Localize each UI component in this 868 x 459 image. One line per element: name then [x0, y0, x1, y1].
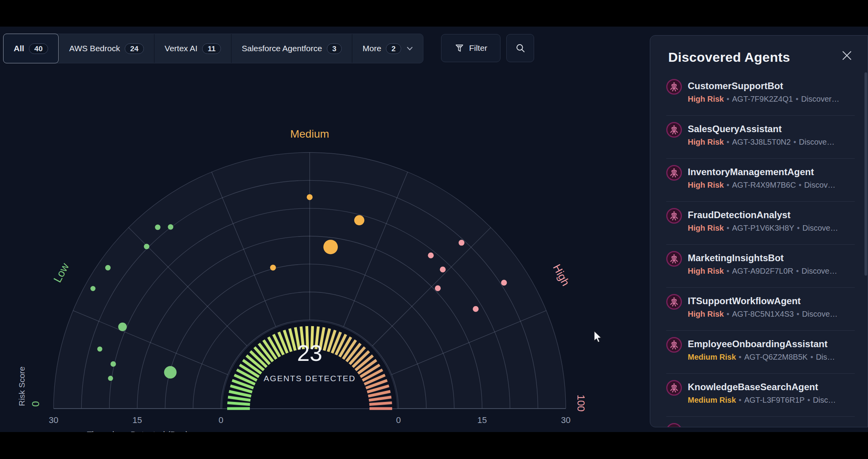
tab-salesforce-agentforce[interactable]: Salesforce Agentforce3: [231, 34, 352, 63]
risk-badge: High Risk: [688, 267, 724, 275]
agent-meta: High Risk•AGT-P1V6K3H8Y•Discove…: [688, 224, 854, 233]
panel-scrollbar[interactable]: [864, 72, 867, 276]
agent-bubble-high[interactable]: [440, 267, 446, 273]
list-item-agent[interactable]: FraudDetectionAnalystHigh Risk•AGT-P1V6K…: [666, 202, 855, 245]
agent-meta: Medium Risk•AGT-Q6Z2M8B5K•Dis…: [688, 353, 854, 362]
agent-bubble-high[interactable]: [501, 280, 507, 285]
risk-badge: Medium Risk: [688, 353, 736, 361]
agent-bubble-high[interactable]: [459, 240, 464, 246]
agent-robot-icon: [666, 208, 682, 224]
gauge-tick: [228, 403, 250, 404]
list-item-agent[interactable]: MarketingInsightsBotHigh Risk•AGT-A9D2F7…: [666, 245, 855, 288]
agent-bubble-low[interactable]: [105, 265, 111, 271]
agent-name: ITSupportWorkflowAgent: [688, 296, 801, 307]
agent-id: AGT-P1V6K3H8Y: [732, 224, 794, 232]
tab-label: All: [14, 44, 24, 53]
agent-discovered-truncated: Discove…: [799, 138, 834, 146]
agent-bubble-low[interactable]: [118, 323, 127, 331]
agent-bubble-low[interactable]: [111, 361, 116, 367]
agent-meta: High Risk•AGT-R4X9M7B6C•Discov…: [688, 181, 854, 190]
agent-name: MarketingInsightsBot: [688, 253, 784, 264]
risk-max-label: 100: [575, 394, 587, 411]
tab-count-badge: 11: [202, 43, 221, 54]
agent-bubble-low[interactable]: [168, 224, 173, 230]
list-item-agent[interactable]: KnowledgeBaseSearchAgentMedium Risk•AGT-…: [666, 374, 855, 417]
agent-discovered-truncated: Dis…: [816, 353, 835, 361]
panel-title: Discovered Agents: [668, 50, 790, 65]
agent-bubble-medium[interactable]: [354, 215, 364, 225]
app-content: 23AGENTS DETECTEDMediumLowHigh3015001530…: [0, 27, 868, 432]
agents-detected-value: 23: [297, 340, 323, 366]
y-axis-title: Risk Score: [17, 366, 26, 406]
tab-all[interactable]: All40: [3, 34, 59, 63]
agent-bubble-medium[interactable]: [323, 240, 338, 254]
agent-discovered-truncated: Discover…: [801, 95, 839, 103]
agent-id: AGT-8C5N1X4S3: [732, 310, 794, 318]
agent-name: EmployeeOnboardingAssistant: [688, 339, 827, 350]
chevron-down-icon: [407, 47, 413, 51]
discovered-agents-panel: Discovered Agents CustomerSupportBotHigh…: [650, 35, 868, 427]
x-tick-left: 0: [219, 415, 223, 425]
agent-bubble-low[interactable]: [97, 346, 102, 351]
agent-name: KnowledgeBaseSearchAgent: [688, 382, 818, 393]
risk-badge: High Risk: [688, 138, 724, 146]
agent-bubble-high[interactable]: [473, 306, 479, 312]
tab-label: Salesforce Agentforce: [242, 44, 322, 53]
list-item-partial: [666, 417, 855, 427]
agent-robot-icon: [666, 423, 682, 427]
list-item-agent[interactable]: EmployeeOnboardingAssistantMedium Risk•A…: [666, 331, 855, 374]
agent-bubble-high[interactable]: [435, 285, 441, 291]
agent-bubble-low[interactable]: [164, 366, 177, 378]
agent-meta: Medium Risk•AGT-L3F9T6R1P•Disc…: [688, 396, 854, 405]
x-tick-right: 15: [477, 415, 487, 425]
sector-label-high: High: [551, 262, 572, 288]
tab-vertex-ai[interactable]: Vertex AI11: [154, 34, 231, 63]
tab-more[interactable]: More2: [352, 34, 423, 63]
agent-bubble-low[interactable]: [144, 244, 149, 249]
agent-robot-icon: [666, 294, 682, 310]
x-tick-right: 30: [561, 415, 570, 425]
tab-label: AWS Bedrock: [69, 44, 120, 53]
agent-bubble-low[interactable]: [155, 224, 160, 230]
agent-discovered-truncated: Discove…: [802, 267, 837, 275]
filter-button[interactable]: Filter: [441, 34, 500, 62]
list-item-agent[interactable]: CustomerSupportBotHigh Risk•AGT-7F9K2Z4Q…: [666, 73, 855, 116]
x-tick-right: 0: [396, 415, 401, 425]
agent-meta: High Risk•AGT-3J8L5T0N2•Discove…: [688, 138, 854, 147]
agent-bubble-low[interactable]: [108, 376, 113, 381]
agent-meta: High Risk•AGT-A9D2F7L0R•Discove…: [688, 267, 854, 276]
agent-robot-icon: [666, 165, 682, 181]
tab-count-badge: 2: [386, 43, 401, 54]
filter-funnel-icon: [454, 43, 464, 53]
tab-label: More: [362, 44, 381, 53]
agent-meta: High Risk•AGT-7F9K2Z4Q1•Discover…: [688, 95, 854, 104]
filter-button-label: Filter: [469, 43, 488, 53]
tab-aws-bedrock[interactable]: AWS Bedrock24: [59, 34, 154, 63]
list-item-agent[interactable]: SalesQueryAssistantHigh Risk•AGT-3J8L5T0…: [666, 116, 855, 159]
agent-bubble-medium[interactable]: [307, 194, 313, 200]
agent-id: AGT-Q6Z2M8B5K: [744, 353, 807, 361]
tab-label: Vertex AI: [165, 44, 197, 53]
risk-badge: High Risk: [688, 181, 724, 189]
gauge-tick: [369, 403, 392, 404]
agent-robot-icon: [666, 380, 682, 396]
risk-badge: Medium Risk: [688, 396, 736, 404]
search-button[interactable]: [506, 34, 534, 62]
list-item-agent[interactable]: ITSupportWorkflowAgentHigh Risk•AGT-8C5N…: [666, 288, 855, 331]
x-tick-left: 15: [133, 415, 142, 425]
list-item-agent[interactable]: InventoryManagementAgentHigh Risk•AGT-R4…: [666, 159, 855, 202]
agent-bubble-high[interactable]: [428, 253, 434, 258]
x-axis-title: Time since Detected (Day): [87, 430, 188, 432]
agent-bubble-low[interactable]: [90, 286, 95, 291]
risk-badge: High Risk: [688, 224, 724, 232]
agent-discovered-truncated: Discov…: [804, 181, 836, 189]
agent-discovered-truncated: Discove…: [802, 310, 838, 318]
agent-id: AGT-A9D2F7L0R: [732, 267, 793, 275]
agents-detected-label: AGENTS DETECTED: [264, 374, 355, 383]
search-icon: [515, 43, 526, 54]
agent-id: AGT-R4X9M7B6C: [732, 181, 796, 189]
agent-bubble-medium[interactable]: [270, 265, 276, 271]
tab-count-badge: 40: [29, 43, 48, 54]
x-tick-left: 30: [49, 415, 58, 425]
close-icon[interactable]: [841, 50, 853, 61]
